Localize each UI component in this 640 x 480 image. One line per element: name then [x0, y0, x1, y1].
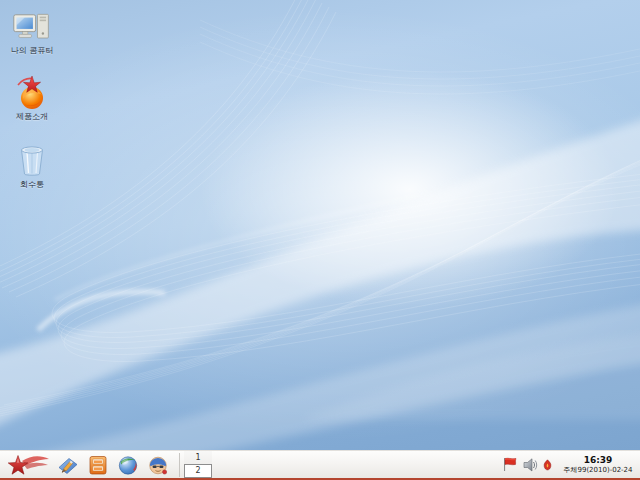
trash-bin-icon: [12, 142, 52, 178]
red-flag-icon: [501, 456, 518, 473]
pager-desktop-2[interactable]: 2: [184, 464, 212, 479]
text-editor-launcher[interactable]: [56, 453, 80, 477]
pencil-pad-icon: [57, 454, 79, 476]
messenger-launcher[interactable]: [146, 453, 170, 477]
desktop-pager: 1 2: [184, 451, 212, 478]
desktop-icon-label: 나의 콤퓨터: [11, 46, 54, 55]
globe-icon: [117, 454, 139, 476]
wallpaper-waves: [0, 0, 640, 450]
clock[interactable]: 16:39 주체99(2010)-02-24: [559, 455, 637, 475]
desktop-icon-label: 회수통: [20, 180, 44, 189]
small-red-flame-icon: [542, 459, 553, 471]
speaker-icon: [522, 457, 538, 473]
security-tray-icon[interactable]: [542, 459, 553, 471]
input-flag-tray-icon[interactable]: [501, 456, 518, 473]
desktop-icon-product-intro[interactable]: 제품소개: [5, 74, 59, 121]
system-tray: [501, 456, 553, 473]
taskbar-separator: [179, 453, 180, 477]
red-winged-star-icon: [5, 452, 51, 478]
file-manager-launcher[interactable]: [86, 453, 110, 477]
my-computer-icon: [12, 8, 52, 44]
start-menu-button[interactable]: [5, 452, 51, 478]
volume-tray-icon[interactable]: [522, 457, 538, 473]
clock-date: 주체99(2010)-02-24: [563, 466, 632, 475]
desktop-icon-my-computer[interactable]: 나의 콤퓨터: [5, 8, 59, 55]
pager-desktop-1[interactable]: 1: [184, 451, 212, 464]
desktop-wallpaper: 나의 콤퓨터 제품소개: [0, 0, 640, 450]
clock-time: 16:39: [584, 455, 613, 466]
desktop-icon-label: 제품소개: [16, 112, 48, 121]
face-with-cap-icon: [147, 454, 169, 476]
cabinet-icon: [87, 454, 109, 476]
desktop-icon-trash[interactable]: 회수통: [5, 142, 59, 189]
web-browser-launcher[interactable]: [116, 453, 140, 477]
taskbar: 1 2: [0, 450, 640, 480]
taskbar-task-area[interactable]: [212, 451, 501, 478]
red-star-ball-icon: [12, 74, 52, 110]
